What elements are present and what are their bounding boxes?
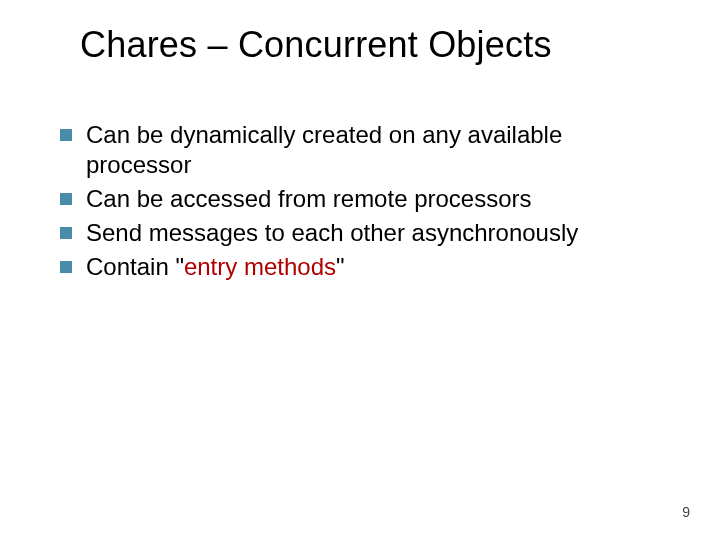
page-number: 9 xyxy=(682,504,690,520)
bullet-square-icon xyxy=(60,227,72,239)
bullet-text-highlight: entry methods xyxy=(184,253,336,280)
bullet-item: Can be accessed from remote processors xyxy=(60,184,660,214)
bullet-text: Can be dynamically created on any availa… xyxy=(86,120,660,180)
bullet-text: Contain "entry methods" xyxy=(86,252,345,282)
slide-title: Chares – Concurrent Objects xyxy=(80,24,680,66)
bullet-square-icon xyxy=(60,261,72,273)
bullet-text: Send messages to each other asynchronous… xyxy=(86,218,578,248)
bullet-text: Can be accessed from remote processors xyxy=(86,184,532,214)
slide: Chares – Concurrent Objects Can be dynam… xyxy=(0,0,720,540)
bullet-text-suffix: " xyxy=(336,253,345,280)
bullet-item: Send messages to each other asynchronous… xyxy=(60,218,660,248)
bullet-text-prefix: Contain " xyxy=(86,253,184,280)
bullet-square-icon xyxy=(60,193,72,205)
slide-body: Can be dynamically created on any availa… xyxy=(60,120,660,286)
bullet-item: Contain "entry methods" xyxy=(60,252,660,282)
bullet-item: Can be dynamically created on any availa… xyxy=(60,120,660,180)
bullet-square-icon xyxy=(60,129,72,141)
